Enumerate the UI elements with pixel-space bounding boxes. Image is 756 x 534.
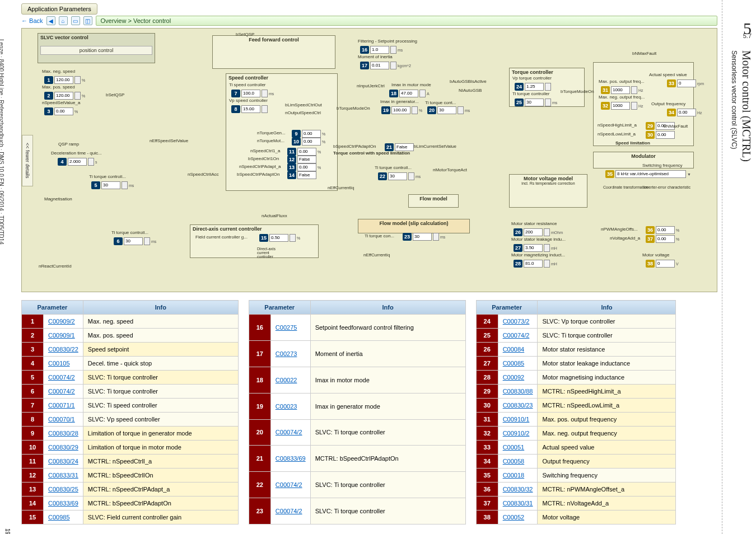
home-icon[interactable]: ⌂: [59, 16, 68, 25]
param-code-link[interactable]: C00092: [498, 371, 538, 385]
label-field-current-gain: Field current controller g...: [195, 235, 248, 240]
field-4[interactable]: 42.000s: [58, 158, 97, 166]
param-num: 6: [22, 385, 44, 399]
label-blimcurrentsetvalue: bLimCurrentSetValue: [414, 144, 456, 149]
param-code-link[interactable]: C00833/69: [44, 496, 83, 510]
field-17[interactable]: 170.01kgcm^2: [360, 62, 411, 69]
field-35[interactable]: 358 kHz var./drive-optimised▼: [605, 170, 691, 178]
field-14[interactable]: 14False: [287, 171, 316, 179]
param-num: 11: [22, 455, 44, 469]
param-code-link[interactable]: C00275: [270, 315, 310, 341]
field-37[interactable]: 370.00%: [646, 235, 679, 243]
field-16[interactable]: 161.0ms: [360, 46, 403, 54]
field-9[interactable]: 90.00%: [292, 130, 325, 138]
position-control-sub[interactable]: position control: [40, 46, 152, 55]
param-num: 29: [476, 385, 498, 399]
field-1[interactable]: 1120.00%: [44, 76, 85, 84]
layout-icon[interactable]: ◫: [83, 16, 92, 25]
field-36[interactable]: 360.00%: [646, 226, 679, 234]
window-icon[interactable]: ▭: [71, 16, 80, 25]
breadcrumb[interactable]: Overview > Vector control: [96, 16, 717, 26]
fewer-details-tab[interactable]: << fewer details: [22, 135, 33, 186]
param-code-link[interactable]: C00909/2: [44, 315, 83, 329]
field-15[interactable]: 150.50%: [259, 234, 300, 242]
param-code-link[interactable]: C00830/25: [44, 483, 83, 496]
tab-application-parameters[interactable]: Application Parameters: [21, 3, 97, 15]
field-11[interactable]: 110.00%: [287, 148, 321, 156]
param-code-link[interactable]: C00085: [498, 357, 538, 371]
label-motor-voltage: Motor voltage: [642, 252, 669, 257]
field-20[interactable]: 2030ms: [427, 106, 470, 114]
param-code-link[interactable]: C00830/32: [498, 483, 538, 496]
param-code-link[interactable]: C00023: [270, 393, 310, 419]
field-5[interactable]: 530ms: [91, 181, 134, 189]
param-code-link[interactable]: C00830/24: [44, 455, 83, 469]
param-info: Actual speed value: [538, 441, 676, 455]
field-30[interactable]: 300.00: [646, 131, 675, 139]
field-34[interactable]: 340.00Hz: [667, 109, 702, 116]
param-code-link[interactable]: C00830/31: [498, 496, 538, 510]
back-link[interactable]: ← Back: [21, 17, 43, 24]
field-12[interactable]: 12False: [287, 156, 316, 163]
field-24[interactable]: 241.25: [515, 83, 551, 91]
field-7[interactable]: 7100.0ms: [231, 90, 274, 97]
param-code-link[interactable]: C00833/69: [270, 446, 310, 472]
param-code-link[interactable]: C00022: [270, 367, 310, 393]
field-32[interactable]: 321000Hz: [601, 102, 643, 110]
param-code-link[interactable]: C00830/28: [44, 427, 83, 441]
param-code-link[interactable]: C00058: [498, 455, 538, 469]
param-code-link[interactable]: C00909/1: [44, 329, 83, 343]
param-code-link[interactable]: C00071/1: [44, 399, 83, 413]
label-actual-speed: Actual speed value: [649, 72, 687, 77]
field-33[interactable]: 330rpm: [667, 79, 704, 87]
field-23[interactable]: 2330ms: [403, 233, 445, 241]
param-code-link[interactable]: C00018: [498, 469, 538, 483]
field-28[interactable]: 2881.0mH: [514, 260, 557, 268]
field-38[interactable]: 380V: [646, 260, 679, 268]
field-25[interactable]: 2530ms: [515, 99, 557, 106]
field-22[interactable]: 2230ms: [378, 172, 421, 180]
param-code-link[interactable]: C00052: [498, 510, 538, 524]
param-info: SLVC: Vp torque controller: [538, 315, 676, 329]
header-info: Info: [538, 301, 676, 315]
param-code-link[interactable]: C00074/2: [270, 498, 310, 524]
param-code-link[interactable]: C00830/29: [44, 441, 83, 455]
param-code-link[interactable]: C00084: [498, 343, 538, 357]
param-code-link[interactable]: C00074/2: [44, 385, 83, 399]
param-code-link[interactable]: C00073/2: [498, 315, 538, 329]
field-3[interactable]: 30.00%: [44, 107, 78, 115]
param-code-link[interactable]: C00833/31: [44, 469, 83, 483]
field-21[interactable]: 21False: [385, 143, 414, 151]
field-27[interactable]: 273.50mH: [514, 244, 557, 252]
field-10[interactable]: 100.00%: [292, 138, 325, 146]
param-code-link[interactable]: C00910/1: [498, 413, 538, 427]
back-icon[interactable]: ◀: [46, 16, 55, 25]
param-code-link[interactable]: C00051: [498, 441, 538, 455]
param-code-link[interactable]: C00074/2: [498, 329, 538, 343]
field-2[interactable]: 2120.00%: [44, 92, 85, 100]
field-18[interactable]: 1847.00A: [389, 90, 430, 97]
field-13[interactable]: 130.00%: [287, 163, 321, 171]
param-code-link[interactable]: C00910/2: [498, 427, 538, 441]
param-code-link[interactable]: C00830/22: [44, 343, 83, 357]
param-code-link[interactable]: C00985: [44, 510, 83, 524]
param-code-link[interactable]: C00070/1: [44, 413, 83, 427]
param-code-link[interactable]: C00074/2: [270, 472, 310, 498]
field-26[interactable]: 26200mOhm: [514, 228, 563, 236]
label-output-freq: Output frequency: [651, 101, 685, 106]
param-code-link[interactable]: C00830/88: [498, 385, 538, 399]
param-code-link[interactable]: C00273: [270, 340, 310, 367]
param-code-link[interactable]: C00074/2: [270, 419, 310, 446]
doc-footer-line: Lenze · 8400 HighLine · Referenzhandbuch…: [0, 39, 4, 245]
chapter-subtitle: Sensorless vector control (SLVC): [730, 50, 738, 149]
field-19[interactable]: 19100.00%: [381, 106, 422, 114]
param-info: Max. neg. output frequency: [538, 427, 676, 441]
param-code-link[interactable]: C00105: [44, 357, 83, 371]
field-31[interactable]: 311000Hz: [601, 86, 643, 94]
param-code-link[interactable]: C00830/23: [498, 399, 538, 413]
field-8[interactable]: 815.00: [231, 105, 268, 113]
field-6[interactable]: 630ms: [114, 237, 156, 245]
label-qsp-ramp: QSP ramp: [58, 142, 79, 147]
param-code-link[interactable]: C00074/2: [44, 371, 83, 385]
param-num: 23: [249, 498, 270, 524]
